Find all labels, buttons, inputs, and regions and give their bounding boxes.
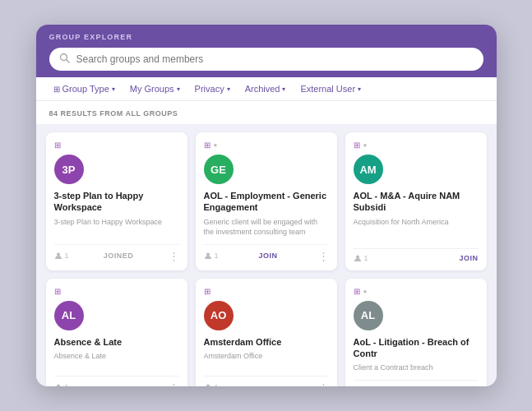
chevron-icon: ▾: [112, 85, 115, 93]
public-icon: ●: [363, 141, 368, 149]
group-card: ⊞ ● AL AoL - Litigation - Breach of Cont…: [345, 279, 487, 386]
card-top-icons: ⊞ ●: [204, 141, 329, 150]
cards-grid: ⊞ 3P 3-step Plan to Happy Workspace 3-st…: [46, 132, 487, 386]
chevron-icon: ▾: [358, 85, 361, 93]
search-input[interactable]: [76, 53, 474, 65]
more-options-icon[interactable]: ⋮: [318, 250, 329, 262]
card-desc: Acquisition for North America: [354, 217, 479, 242]
public-icon: ●: [214, 141, 218, 149]
more-options-icon[interactable]: ⋮: [169, 381, 179, 386]
app-window: GROUP EXPLORER ⊞ Group Type ▾ My Groups …: [36, 25, 497, 386]
join-button[interactable]: JOIN: [459, 254, 478, 262]
svg-line-1: [66, 60, 69, 63]
card-top-icons: ⊞: [54, 141, 179, 150]
more-options-icon[interactable]: ⋮: [318, 381, 329, 386]
filter-label: External User: [300, 84, 355, 94]
filter-group-type[interactable]: ⊞ Group Type ▾: [49, 82, 119, 95]
card-desc: Client a Contract breach: [354, 363, 479, 373]
card-footer: 1 JOIN ⋮: [204, 244, 329, 262]
card-title: 3-step Plan to Happy Workspace: [54, 190, 179, 214]
svg-point-4: [356, 255, 359, 258]
group-card: ⊞ ● GE AOL - Employment - Generic Engage…: [196, 132, 337, 270]
card-title: AoL - Litigation - Breach of Contr: [354, 336, 479, 360]
public-icon: ●: [363, 288, 368, 295]
avatar: GE: [204, 155, 234, 184]
card-top-icons: ⊞: [54, 287, 179, 296]
svg-point-6: [206, 385, 210, 386]
cards-area: ⊞ 3P 3-step Plan to Happy Workspace 3-st…: [36, 124, 497, 386]
grid-icon: ⊞: [354, 287, 360, 296]
svg-point-5: [57, 385, 60, 386]
grid-icon: ⊞: [54, 287, 61, 296]
joined-button[interactable]: JOINED: [104, 252, 134, 260]
results-bar: 84 RESULTS FROM ALL GROUPS: [36, 101, 497, 124]
card-top-icons: ⊞: [204, 287, 329, 296]
more-options-icon[interactable]: ⋮: [169, 250, 179, 262]
avatar: 3P: [54, 155, 84, 184]
card-desc: Amsterdam Office: [204, 351, 329, 369]
member-count: 1: [54, 252, 69, 260]
filter-external-user[interactable]: External User ▾: [296, 82, 365, 95]
avatar: AO: [204, 301, 234, 330]
avatar: AM: [354, 155, 383, 184]
svg-point-3: [206, 253, 210, 256]
join-button[interactable]: JOIN: [459, 386, 478, 386]
avatar: AL: [354, 301, 383, 330]
grid-icon: ⊞: [54, 141, 61, 150]
member-count: 1: [354, 386, 368, 386]
filter-bar: ⊞ Group Type ▾ My Groups ▾ Privacy ▾ Arc…: [36, 77, 497, 101]
card-footer: 1 ⋮: [54, 376, 179, 386]
filter-privacy[interactable]: Privacy ▾: [191, 82, 234, 95]
app-title: GROUP EXPLORER: [49, 33, 483, 41]
member-count: 1: [204, 383, 219, 386]
card-title: Amsterdam Office: [204, 336, 329, 348]
group-card: ⊞ AO Amsterdam Office Amsterdam Office 1…: [196, 279, 337, 386]
group-card: ⊞ 3P 3-step Plan to Happy Workspace 3-st…: [46, 132, 187, 270]
card-desc: Absence & Late: [54, 351, 179, 369]
member-count: 1: [204, 252, 219, 260]
card-title: AOL - Employment - Generic Engagement: [204, 190, 329, 214]
filter-label: Archived: [245, 84, 280, 94]
card-desc: Generic client will be engaged with the …: [204, 217, 329, 238]
search-bar[interactable]: [49, 48, 483, 71]
chevron-icon: ▾: [177, 85, 180, 93]
member-count: 1: [354, 254, 368, 262]
grid-icon: ⊞: [354, 141, 360, 150]
card-footer: 1 JOINED ⋮: [54, 244, 179, 262]
filter-archived[interactable]: Archived ▾: [241, 82, 290, 95]
filter-label: My Groups: [130, 84, 174, 94]
card-top-icons: ⊞ ●: [354, 141, 479, 150]
member-count: 1: [54, 383, 69, 386]
avatar: AL: [54, 301, 84, 330]
filter-icon: ⊞: [53, 85, 60, 94]
card-title: AOL - M&A - Aquire NAM Subsidi: [354, 190, 479, 214]
grid-icon: ⊞: [204, 141, 210, 150]
group-card: ⊞ AL Absence & Late Absence & Late 1 ⋮: [46, 279, 187, 386]
card-top-icons: ⊞ ●: [354, 287, 479, 296]
grid-icon: ⊞: [204, 287, 210, 296]
search-icon: [59, 53, 70, 66]
chevron-icon: ▾: [282, 85, 285, 93]
join-button[interactable]: JOIN: [259, 252, 278, 260]
card-footer: 1 JOIN: [354, 248, 479, 262]
chevron-icon: ▾: [227, 85, 230, 93]
filter-label: Privacy: [195, 84, 224, 94]
header: GROUP EXPLORER: [36, 25, 497, 77]
filter-label: Group Type: [62, 84, 109, 94]
card-footer: 1 JOIN: [354, 380, 479, 386]
svg-point-2: [57, 253, 60, 256]
card-title: Absence & Late: [54, 336, 179, 348]
card-desc: 3-step Plan to Happy Workspace: [54, 217, 179, 238]
filter-my-groups[interactable]: My Groups ▾: [126, 82, 184, 95]
group-card: ⊞ ● AM AOL - M&A - Aquire NAM Subsidi Ac…: [345, 132, 487, 270]
results-count: 84 RESULTS FROM ALL GROUPS: [49, 109, 178, 118]
card-footer: 1 ⋮: [204, 376, 329, 386]
